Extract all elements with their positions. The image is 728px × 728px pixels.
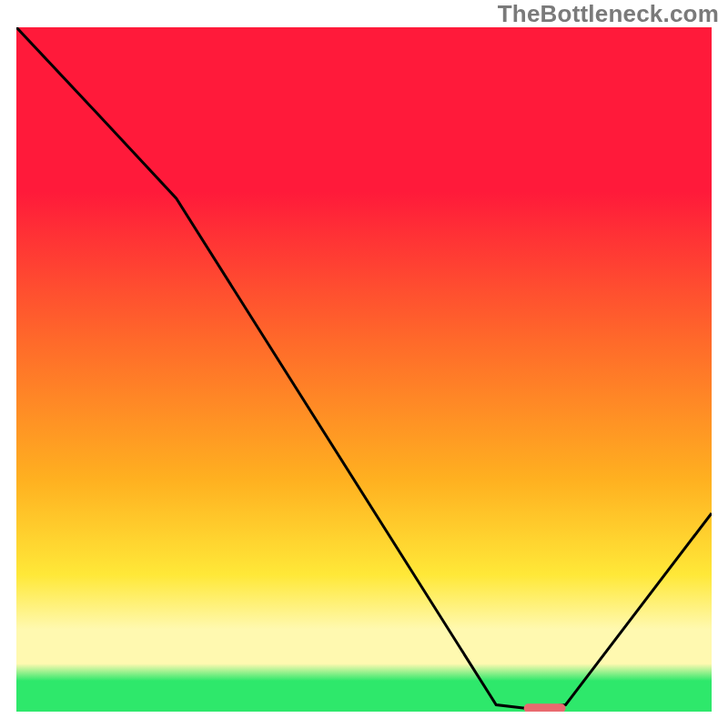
watermark-text: TheBottleneck.com — [498, 0, 719, 28]
optimal-range-marker — [524, 703, 566, 712]
chart-stage: TheBottleneck.com — [0, 0, 728, 728]
gradient-background — [16, 27, 712, 712]
plot-area — [16, 27, 712, 712]
chart-svg — [16, 27, 712, 712]
